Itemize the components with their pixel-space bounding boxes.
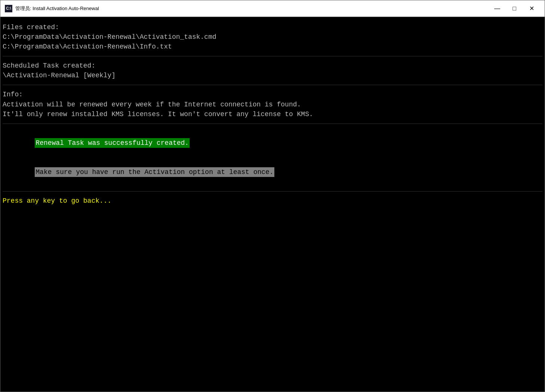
success-highlight: Renewal Task was successfully created. <box>35 138 189 148</box>
warning-message: Make sure you have run the Activation op… <box>3 158 542 187</box>
title-prefix: 管理员: <box>15 6 31 11</box>
info-line-1: Activation will be renewed every week if… <box>3 100 542 109</box>
scheduled-task-label: Scheduled Task created: <box>3 61 542 71</box>
files-created-section: Files created: C:\ProgramData\Activation… <box>3 20 542 54</box>
title-text: Install Activation Auto-Renewal <box>32 6 99 11</box>
scheduled-task-name: \Activation-Renewal [Weekly] <box>3 71 542 80</box>
window-controls: — □ ✕ <box>489 3 540 15</box>
files-created-label: Files created: <box>3 22 542 32</box>
minimize-button[interactable]: — <box>489 3 506 15</box>
success-message: Renewal Task was successfully created. <box>3 128 542 158</box>
info-label: Info: <box>3 90 542 99</box>
info-line-2: It'll only renew installed KMS licenses.… <box>3 109 542 119</box>
press-any-key-prompt: Press any key to go back... <box>3 196 542 206</box>
scheduled-task-section: Scheduled Task created: \Activation-Rene… <box>3 59 542 83</box>
info-section: Info: Activation will be renewed every w… <box>3 87 542 121</box>
status-section: Renewal Task was successfully created. M… <box>3 126 542 189</box>
close-button[interactable]: ✕ <box>523 3 540 15</box>
prompt-section: Press any key to go back... <box>3 194 542 208</box>
sep-2 <box>3 85 542 85</box>
window-title: 管理员: Install Activation Auto-Renewal <box>15 5 489 12</box>
maximize-button[interactable]: □ <box>506 3 523 15</box>
sep-3 <box>3 124 542 124</box>
file-path-2: C:\ProgramData\Activation-Renewal\Info.t… <box>3 42 542 52</box>
warning-highlight: Make sure you have run the Activation op… <box>35 167 274 177</box>
console-area: Files created: C:\ProgramData\Activation… <box>0 17 545 392</box>
sep-4 <box>3 191 542 192</box>
cmd-window: C:\ 管理员: Install Activation Auto-Renewal… <box>0 0 545 392</box>
file-path-1: C:\ProgramData\Activation-Renewal\Activa… <box>3 32 542 42</box>
sep-1 <box>3 56 542 56</box>
title-bar: C:\ 管理员: Install Activation Auto-Renewal… <box>0 0 545 17</box>
window-icon: C:\ <box>5 5 12 12</box>
